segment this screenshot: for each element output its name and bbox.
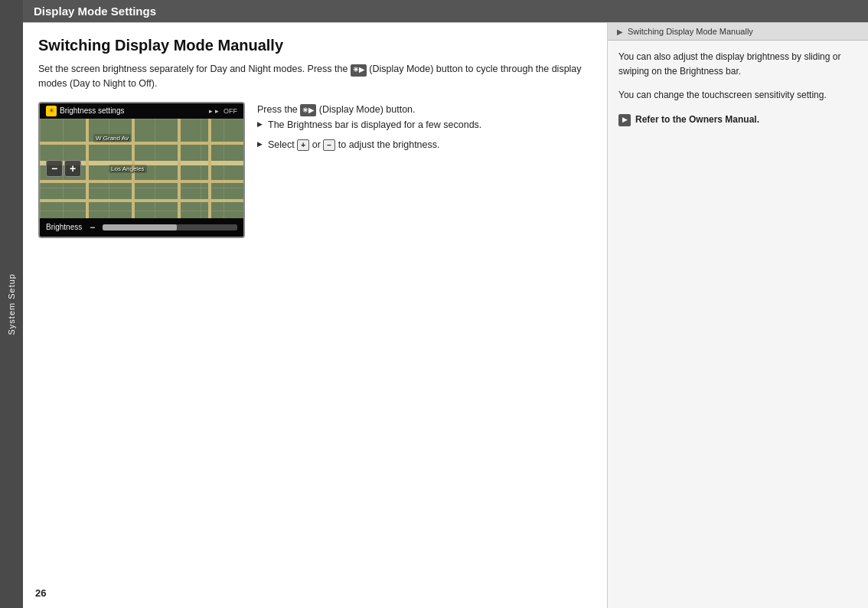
content-area: Switching Display Mode Manually Set the … <box>23 23 868 608</box>
screen-arrow: ▸ ▸ <box>209 107 219 115</box>
map-road-h3 <box>40 180 243 183</box>
step2-text: The Brightness bar is displayed for a fe… <box>268 119 481 130</box>
right-panel-header: ▶ Switching Display Mode Manually <box>608 23 868 41</box>
refer-text: Refer to the Owners Manual. <box>635 113 759 127</box>
right-panel-para2: You can change the touchscreen sensitivi… <box>618 88 857 103</box>
map-road-h1 <box>40 142 243 145</box>
main-content: Display Mode Settings Switching Display … <box>23 0 868 608</box>
minus-btn[interactable]: − <box>46 160 63 177</box>
step3: Select + or − to adjust the brightness. <box>257 137 592 152</box>
screen-brightness-icon: ✳ <box>46 106 57 116</box>
header-title: Display Mode Settings <box>34 5 156 18</box>
step1: Press the ✳▶ (Display Mode) button. <box>257 102 592 117</box>
map-label-street1: W Grand Av <box>93 134 131 142</box>
right-panel-para1: You can also adjust the display brightne… <box>618 50 857 79</box>
display-mode-icon-step1: ✳▶ <box>300 104 316 116</box>
section-title: Switching Display Mode Manually <box>38 37 592 54</box>
intro-text: Set the screen brightness separately for… <box>38 62 592 91</box>
screen-off-label: OFF <box>224 107 237 115</box>
screen-map-area: W Grand Av Los Angeles − + <box>40 119 243 218</box>
right-panel-header-text: Switching Display Mode Manually <box>628 27 753 36</box>
screen-mockup: ✳ Brightness settings ▸ ▸ OFF <box>38 102 245 238</box>
minus-inline-btn: − <box>323 139 335 151</box>
page-number: 26 <box>35 587 46 599</box>
brightness-label: Brightness <box>46 223 82 231</box>
sidebar: System Setup <box>0 0 23 608</box>
map-road-v3 <box>178 119 181 218</box>
right-panel: ▶ Switching Display Mode Manually You ca… <box>608 23 868 608</box>
brightness-bar[interactable] <box>103 224 237 230</box>
brightness-minus-sign: − <box>90 222 95 233</box>
instructions: Press the ✳▶ (Display Mode) button. The … <box>257 102 592 238</box>
sidebar-label: System Setup <box>7 273 16 335</box>
screen-title: Brightness settings <box>60 106 125 115</box>
right-panel-header-icon: ▶ <box>617 28 623 36</box>
header-bar: Display Mode Settings <box>23 0 868 22</box>
screen-top-bar-right: ▸ ▸ OFF <box>209 107 237 115</box>
left-panel: Switching Display Mode Manually Set the … <box>23 23 608 608</box>
screen-bottom-bar: Brightness − <box>40 218 243 237</box>
right-panel-body: You can also adjust the display brightne… <box>608 41 868 136</box>
screen-top-bar-left: ✳ Brightness settings <box>46 106 125 116</box>
map-road-v4 <box>208 119 211 218</box>
map-label-city: Los Angeles <box>109 165 147 173</box>
step2: The Brightness bar is displayed for a fe… <box>257 117 592 132</box>
plus-btn[interactable]: + <box>64 160 81 177</box>
refer-box: ▶ Refer to the Owners Manual. <box>618 113 857 127</box>
refer-icon: ▶ <box>618 114 631 126</box>
step3-text: Select + or − to adjust the brightness. <box>268 139 439 150</box>
display-mode-icon-inline: ✳▶ <box>351 64 367 77</box>
screen-top-bar: ✳ Brightness settings ▸ ▸ OFF <box>40 103 243 119</box>
map-road-h4 <box>40 199 243 202</box>
content-row: ✳ Brightness settings ▸ ▸ OFF <box>38 102 592 238</box>
brightness-bar-fill <box>103 224 177 230</box>
plus-inline-btn: + <box>297 139 309 151</box>
map-road-v1 <box>86 119 89 218</box>
plus-minus-controls: − + <box>46 160 81 177</box>
